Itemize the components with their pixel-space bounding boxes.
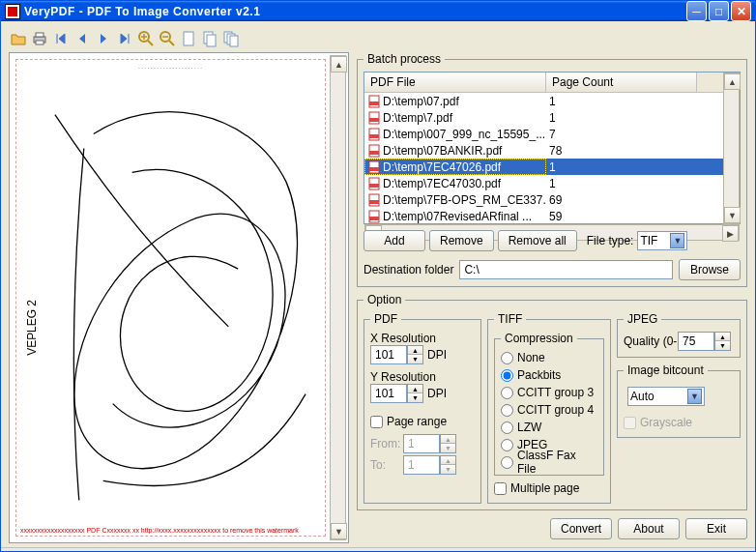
multipage-check[interactable]: Multiple page [494, 479, 604, 497]
prev-page-icon[interactable] [73, 29, 92, 48]
remove-button[interactable]: Remove [429, 230, 494, 251]
zoom-out-icon[interactable] [158, 29, 177, 48]
quality-spinner[interactable]: ▲▼ [714, 332, 731, 351]
option-legend: Option [363, 293, 405, 306]
main-row: ..................... VEPLEG 2 [9, 52, 747, 543]
table-row[interactable]: D:\temp\07.pdf1 [364, 93, 723, 109]
pdf-fieldset: PDF X Resolution ▲▼ DPI Y Resolution ▲▼ [363, 312, 481, 504]
quality-input[interactable] [678, 332, 714, 351]
xres-input[interactable] [370, 345, 407, 364]
preview-area[interactable]: ..................... VEPLEG 2 [15, 59, 326, 537]
remove-all-button[interactable]: Remove all [498, 230, 577, 251]
last-page-icon[interactable] [115, 29, 134, 48]
file-type-select[interactable]: TIF ▼ [637, 231, 687, 250]
close-button[interactable]: ✕ [731, 1, 751, 21]
jpeg-fieldset: JPEG Quality (0-100) ▲▼ [617, 312, 741, 358]
batch-fieldset: Batch process PDF File Page Count D:\tem… [357, 52, 747, 287]
bitcount-legend: Image bitcount [624, 363, 708, 377]
table-row[interactable]: D:\temp\7FB-OPS_RM_CE337.pdf69 [364, 191, 723, 208]
to-input [403, 455, 440, 475]
page-range-check[interactable]: Page range [370, 413, 475, 430]
svg-rect-27 [369, 217, 379, 220]
file-list[interactable]: PDF File Page Count D:\temp\07.pdf1D:\te… [363, 72, 741, 224]
next-page-icon[interactable] [94, 29, 113, 48]
scroll-down-icon[interactable]: ▼ [724, 207, 741, 223]
about-button[interactable]: About [618, 518, 680, 539]
titlebar[interactable]: VeryPDF - PDF To Image Converter v2.1 ─ … [1, 1, 755, 21]
maximize-button[interactable]: □ [709, 1, 729, 21]
zoom-in-icon[interactable] [136, 29, 156, 48]
compression-legend: Compression [501, 332, 577, 345]
from-label: From: [370, 437, 403, 450]
client-area: ..................... VEPLEG 2 [1, 21, 755, 547]
to-row: To: ▲▼ [370, 455, 475, 475]
toolbar [9, 25, 747, 52]
right-pane: Batch process PDF File Page Count D:\tem… [357, 52, 747, 543]
preview-vscroll[interactable]: ▲ ▼ [330, 55, 346, 540]
bottom-buttons: Convert About Exit [357, 516, 747, 543]
right-option-col: JPEG Quality (0-100) ▲▼ [617, 312, 741, 504]
yres-spinner[interactable]: ▲▼ [407, 384, 423, 403]
filelist-vscroll[interactable]: ▲ ▼ [723, 73, 740, 224]
table-row[interactable]: D:\temp\007_999_nc_15595_...7 [364, 126, 723, 142]
print-icon[interactable] [30, 29, 49, 48]
compression-radio[interactable]: CCITT group 3 [501, 384, 597, 401]
scroll-up-icon[interactable]: ▲ [724, 73, 741, 90]
col-page-count[interactable]: Page Count [546, 73, 697, 92]
bitcount-fieldset: Image bitcount Auto ▼ Grayscale [617, 363, 741, 438]
exit-button[interactable]: Exit [685, 518, 747, 539]
convert-button[interactable]: Convert [550, 518, 612, 539]
compression-radio[interactable]: CCITT group 4 [501, 401, 597, 419]
svg-rect-7 [207, 35, 216, 46]
grayscale-check: Grayscale [624, 414, 734, 431]
compression-radio[interactable]: None [501, 349, 597, 366]
minimize-button[interactable]: ─ [686, 1, 707, 21]
col-pdf-file[interactable]: PDF File [364, 73, 546, 92]
first-page-icon[interactable] [51, 29, 71, 48]
open-icon[interactable] [9, 29, 28, 48]
browse-button[interactable]: Browse [679, 259, 741, 280]
scroll-down-icon[interactable]: ▼ [331, 523, 347, 539]
page3-icon[interactable] [221, 29, 241, 48]
table-row[interactable]: D:\temp\7.pdf1 [364, 109, 723, 126]
scroll-right-icon[interactable]: ▶ [722, 225, 739, 242]
svg-rect-2 [36, 41, 44, 44]
bitcount-select[interactable]: Auto ▼ [627, 387, 705, 406]
left-pane: ..................... VEPLEG 2 [9, 52, 349, 543]
batch-legend: Batch process [363, 52, 445, 66]
preview-wrap: ..................... VEPLEG 2 [9, 52, 349, 543]
compression-radio[interactable]: ClassF Fax File [501, 453, 597, 471]
table-row[interactable]: D:\temp\07RevisedARfinal ...59 [364, 208, 723, 224]
option-row: PDF X Resolution ▲▼ DPI Y Resolution ▲▼ [363, 312, 741, 504]
app-icon [5, 4, 20, 19]
add-button[interactable]: Add [363, 230, 425, 251]
dropdown-arrow-icon: ▼ [687, 389, 702, 404]
file-list-header[interactable]: PDF File Page Count [364, 73, 723, 93]
yres-input[interactable] [370, 384, 407, 403]
compression-radio[interactable]: LZW [501, 419, 597, 436]
compression-radio[interactable]: Packbits [501, 366, 597, 384]
tiff-fieldset: TIFF Compression NonePackbitsCCITT group… [487, 312, 611, 504]
xres-spin: ▲▼ DPI [370, 345, 475, 364]
svg-rect-25 [369, 200, 379, 204]
table-row[interactable]: D:\temp\7EC47026.pdf1 [364, 159, 723, 175]
table-row[interactable]: D:\temp\07BANKIR.pdf78 [364, 142, 723, 159]
app-window: VeryPDF - PDF To Image Converter v2.1 ─ … [0, 0, 756, 552]
new-page-icon[interactable] [179, 29, 198, 48]
quality-spin: ▲▼ [678, 332, 731, 351]
table-row[interactable]: D:\temp\7EC47030.pdf1 [364, 175, 723, 191]
from-input [403, 434, 440, 453]
scroll-up-icon[interactable]: ▲ [331, 56, 347, 73]
svg-rect-17 [369, 134, 379, 138]
copy-page-icon[interactable] [200, 29, 219, 48]
xres-spinner[interactable]: ▲▼ [407, 345, 423, 364]
yres-spin: ▲▼ DPI [370, 384, 475, 403]
compression-fieldset: Compression NonePackbitsCCITT group 3CCI… [494, 332, 604, 476]
file-list-body[interactable]: D:\temp\07.pdf1D:\temp\7.pdf1D:\temp\007… [364, 93, 723, 224]
from-row: From: ▲▼ [370, 434, 475, 453]
svg-rect-13 [369, 102, 379, 105]
svg-rect-15 [369, 118, 379, 122]
preview-watermark: xxxxxxxxxxxxxxxxxxx PDF Cxxxxxxx xx http… [20, 527, 321, 534]
dest-folder-input[interactable] [459, 260, 673, 279]
window-title: VeryPDF - PDF To Image Converter v2.1 [24, 5, 684, 18]
